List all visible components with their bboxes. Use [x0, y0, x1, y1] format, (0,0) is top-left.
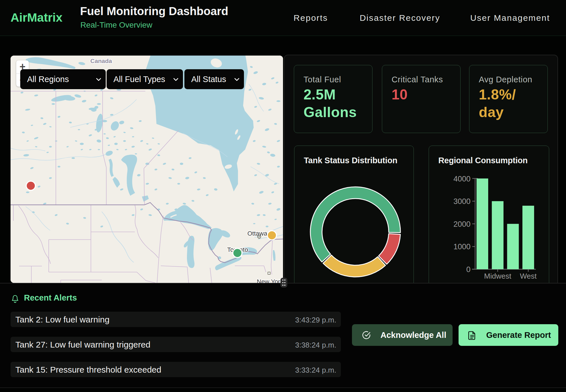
- donut-segment-warning: [323, 255, 386, 277]
- file-text-icon: [468, 331, 476, 342]
- chevron-down-icon: [96, 77, 101, 82]
- alert-message: Tank 27: Low fuel warning triggered: [15, 340, 150, 350]
- tank-marker-normal[interactable]: [233, 248, 242, 258]
- alert-timestamp: 3:43:29 p.m.: [295, 316, 336, 324]
- kpi-value: 10: [392, 86, 456, 103]
- bar-region-2: [507, 224, 519, 269]
- kpi-label: Total Fuel: [304, 75, 341, 84]
- map-canvas[interactable]: CanadaCanadaOttawaOttawaTorontoTorontoNe…: [11, 56, 283, 283]
- nav-reports[interactable]: Reports: [294, 0, 328, 36]
- kpi-avg-depletion: Avg Depletion 1.8%/ day: [469, 65, 548, 133]
- region-filter-value: All Regions: [20, 75, 69, 84]
- regional-consumption-chart-card: Regional Consumption 01000200030004000Mi…: [429, 146, 549, 294]
- tank-status-chart-card: Tank Status Distribution: [294, 146, 414, 294]
- alert-row[interactable]: Tank 2: Low fuel warning3:43:29 p.m.: [11, 312, 341, 327]
- map-filters: All Regions All Fuel Types All Status: [20, 69, 244, 89]
- bell-icon: [11, 294, 19, 304]
- x-axis-tick-label: Midwest: [484, 272, 512, 280]
- check-circle-icon: [362, 331, 370, 341]
- chevron-down-icon: [234, 77, 239, 82]
- nav-user-management[interactable]: User Management: [470, 0, 550, 36]
- panel-resize-handle[interactable]: [280, 278, 287, 287]
- tank-status-donut-chart: [294, 146, 414, 293]
- y-axis-tick-label: 2000: [453, 220, 471, 228]
- city-label-new-york: New York: [257, 278, 283, 283]
- chart-title: Tank Status Distribution: [304, 156, 397, 165]
- tank-marker-warning[interactable]: [267, 231, 276, 240]
- brand-logo[interactable]: AirMatrix: [11, 11, 62, 24]
- bar-west: [522, 206, 534, 269]
- generate-report-label: Generate Report: [486, 330, 551, 340]
- alert-message: Tank 2: Low fuel warning: [15, 315, 109, 324]
- fuel-type-filter-value: All Fuel Types: [107, 75, 165, 84]
- country-label: Canada: [90, 58, 112, 64]
- y-axis-tick-label: 1000: [453, 242, 471, 251]
- y-axis-tick-label: 3000: [453, 197, 471, 206]
- alert-timestamp: 3:38:24 p.m.: [295, 341, 336, 350]
- region-filter-dropdown[interactable]: All Regions: [20, 69, 106, 89]
- alerts-heading: Recent Alerts: [24, 293, 77, 303]
- chevron-down-icon: [173, 77, 178, 82]
- bar-midwest: [492, 201, 504, 269]
- y-axis-tick-label: 0: [466, 265, 471, 274]
- kpi-value: 2.5M Gallons: [304, 86, 368, 121]
- bar-region-0: [477, 179, 488, 270]
- chart-title: Regional Consumption: [438, 156, 528, 165]
- kpi-value: 1.8%/ day: [479, 86, 524, 121]
- status-filter-value: All Status: [184, 75, 226, 84]
- page-subtitle: Real-Time Overview: [80, 21, 152, 30]
- y-axis-tick-label: 4000: [453, 175, 471, 183]
- alert-row[interactable]: Tank 15: Pressure threshold exceeded3:33…: [11, 362, 341, 377]
- x-axis-tick-label: West: [520, 272, 537, 280]
- page-title: Fuel Monitoring Dashboard: [80, 5, 228, 18]
- tank-marker-critical[interactable]: [26, 181, 35, 190]
- acknowledge-all-button[interactable]: Acknowledge All: [352, 324, 453, 346]
- donut-segment-critical: [378, 234, 400, 264]
- fuel-monitoring-dashboard: AirMatrix Fuel Monitoring Dashboard Real…: [0, 0, 566, 392]
- kpi-total-fuel: Total Fuel 2.5M Gallons: [294, 65, 372, 133]
- regional-consumption-bar-chart: 01000200030004000MidwestWest: [429, 146, 549, 293]
- nav-disaster-recovery[interactable]: Disaster Recovery: [360, 0, 440, 36]
- alert-timestamp: 3:33:24 p.m.: [295, 366, 336, 375]
- alert-message: Tank 15: Pressure threshold exceeded: [15, 365, 161, 375]
- acknowledge-all-label: Acknowledge All: [380, 330, 446, 340]
- recent-alerts-panel: Recent Alerts Tank 2: Low fuel warning3:…: [0, 283, 566, 388]
- generate-report-button[interactable]: Generate Report: [459, 324, 558, 346]
- city-label-ottawa: Ottawa: [247, 230, 267, 237]
- kpi-label: Critical Tanks: [392, 75, 443, 84]
- stats-panel: Total Fuel 2.5M Gallons Critical Tanks 1…: [284, 55, 558, 291]
- kpi-label: Avg Depletion: [479, 75, 532, 84]
- fuel-type-filter-dropdown[interactable]: All Fuel Types: [107, 69, 183, 89]
- alert-row[interactable]: Tank 27: Low fuel warning triggered3:38:…: [11, 337, 341, 352]
- app-header: AirMatrix Fuel Monitoring Dashboard Real…: [0, 0, 566, 36]
- map-panel[interactable]: CanadaCanadaOttawaOttawaTorontoTorontoNe…: [11, 56, 283, 283]
- kpi-critical-tanks: Critical Tanks 10: [382, 65, 461, 133]
- status-filter-dropdown[interactable]: All Status: [184, 69, 244, 89]
